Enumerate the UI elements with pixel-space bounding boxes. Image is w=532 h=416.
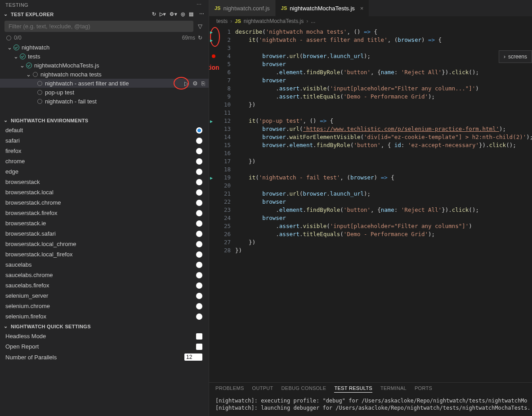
env-radio[interactable] [196, 303, 202, 309]
breakpoint-icon[interactable] [212, 54, 215, 58]
testing-more-icon[interactable]: ⋯ [195, 2, 204, 8]
env-radio[interactable] [196, 241, 202, 247]
env-row-firefox[interactable]: firefox [0, 146, 209, 156]
checkbox-open-report[interactable] [196, 344, 202, 350]
gutter-run-icon[interactable]: ▶ [210, 28, 213, 36]
env-radio[interactable] [196, 138, 202, 144]
environments-header[interactable]: ⌄ NIGHTWATCH ENVIRONMENTS [0, 116, 209, 125]
env-row-browserstack-ie[interactable]: browserstack.ie [0, 218, 209, 228]
gutter: 1▶2▶3456789101112▶13141516171819▶2021222… [209, 26, 235, 382]
stats-refresh-icon[interactable]: ↻ [198, 35, 202, 41]
env-row-safari[interactable]: safari [0, 135, 209, 146]
chevron-right-icon: › [504, 54, 505, 60]
panel-tab-terminal[interactable]: TERMINAL [380, 385, 407, 393]
gutter-run-icon[interactable]: ▶ [210, 174, 213, 182]
env-row-chrome[interactable]: chrome [0, 156, 209, 166]
env-row-selenium-firefox[interactable]: selenium.firefox [0, 311, 209, 322]
js-file-icon: JS [281, 5, 287, 11]
show-output-icon[interactable]: ◎ [181, 11, 185, 17]
chevron-right-icon: › [306, 18, 308, 24]
env-radio[interactable] [196, 293, 202, 299]
run-test-icon[interactable]: ▷ [184, 80, 189, 87]
status-unset-icon [6, 36, 11, 40]
env-row-selenium_server[interactable]: selenium_server [0, 291, 209, 301]
checkbox-headless[interactable] [196, 333, 202, 340]
env-radio[interactable] [196, 210, 202, 216]
chevron-down-icon: ⌄ [3, 323, 9, 329]
env-radio[interactable] [196, 189, 202, 196]
panel-tab-test-results[interactable]: TEST RESULTS [334, 385, 372, 393]
env-radio[interactable] [196, 158, 202, 165]
env-radio[interactable] [196, 148, 202, 154]
tree-file-mochatests[interactable]: ⌄ nightwatchMochaTests.js [0, 61, 209, 70]
env-row-browserstack-local_chrome[interactable]: browserstack.local_chrome [0, 239, 209, 249]
env-radio[interactable] [196, 220, 202, 227]
env-row-selenium-chrome[interactable]: selenium.chrome [0, 301, 209, 311]
refresh-tests-icon[interactable]: ↻ [152, 11, 156, 17]
test-stats-count: 0/0 [14, 35, 22, 41]
tree-suite[interactable]: ⌄ nightwatch mocha tests [0, 70, 209, 79]
code-area[interactable]: describe('nightwatch mocha tests', () =>… [235, 26, 532, 382]
filter-input[interactable] [4, 21, 193, 32]
close-icon[interactable]: × [360, 5, 364, 12]
breadcrumb[interactable]: tests › JS nightwatchMochaTests.js › ... [209, 16, 532, 26]
env-row-browserstack-chrome[interactable]: browserstack.chrome [0, 197, 209, 208]
tab-conf[interactable]: JS nightwatch.conf.js [209, 0, 276, 16]
chevron-down-icon: ⌄ [3, 117, 9, 123]
sidebar: TESTING ⋯ ⌄ TEST EXPLORER ↻ ▷▾ ⚙▾ ◎ ▤ ⋯ … [0, 0, 209, 416]
tree-root-nightwatch[interactable]: ⌄ nightwatch [0, 43, 209, 52]
env-row-browserstack-local[interactable]: browserstack.local [0, 187, 209, 197]
panel-tab-ports[interactable]: PORTS [415, 385, 432, 393]
tree-folder-tests[interactable]: ⌄ tests [0, 52, 209, 61]
env-row-browserstack[interactable]: browserstack [0, 177, 209, 187]
tree-test-0[interactable]: nightwatch - assert filter and title ▷ ⚙… [0, 79, 209, 88]
env-row-edge[interactable]: edge [0, 166, 209, 177]
panel-tab-output[interactable]: OUTPUT [252, 385, 273, 393]
panel-tab-debug-console[interactable]: DEBUG CONSOLE [282, 385, 326, 393]
editor-tab-bar: JS nightwatch.conf.js JS nightwatchMocha… [209, 0, 532, 16]
run-all-icon[interactable]: ▷▾ [160, 11, 166, 17]
env-radio[interactable] [196, 251, 202, 258]
env-row-browserstack-local_firefox[interactable]: browserstack.local_firefox [0, 249, 209, 259]
env-radio[interactable] [196, 179, 202, 185]
env-radio[interactable] [196, 313, 202, 320]
env-radio[interactable] [196, 282, 202, 289]
debug-test-icon[interactable]: ⚙ [192, 80, 198, 87]
env-row-browserstack-firefox[interactable]: browserstack.firefox [0, 208, 209, 218]
filter-icon[interactable]: ▽ [196, 21, 204, 31]
env-radio[interactable] [196, 231, 202, 237]
env-radio[interactable] [196, 127, 202, 134]
env-row-saucelabs[interactable]: saucelabs [0, 259, 209, 270]
tree-test-2[interactable]: nightwatch - fail test [0, 97, 209, 106]
toggle-view-icon[interactable]: ▤ [189, 11, 193, 17]
env-radio[interactable] [196, 169, 202, 175]
qs-headless[interactable]: Headless Mode [0, 331, 209, 341]
quick-settings-title: NIGHTWATCH QUICK SETTINGS [11, 324, 91, 329]
env-radio[interactable] [196, 272, 202, 278]
chevron-right-icon: › [230, 18, 232, 24]
sidebar-top-header: TESTING ⋯ [0, 0, 209, 9]
env-row-browserstack-safari[interactable]: browserstack.safari [0, 228, 209, 239]
tab-mochatests[interactable]: JS nightwatchMochaTests.js × [276, 0, 370, 16]
explorer-more-icon[interactable]: ⋯ [197, 11, 206, 17]
test-explorer-header[interactable]: ⌄ TEST EXPLORER ↻ ▷▾ ⚙▾ ◎ ▤ ⋯ [0, 9, 209, 19]
panel-tab-problems[interactable]: PROBLEMS [215, 385, 244, 393]
env-row-saucelabs-chrome[interactable]: saucelabs.chrome [0, 270, 209, 280]
env-radio[interactable] [196, 200, 202, 206]
debug-all-icon[interactable]: ⚙▾ [170, 11, 177, 17]
quick-settings-header[interactable]: ⌄ NIGHTWATCH QUICK SETTINGS [0, 322, 209, 331]
parallels-input[interactable] [184, 353, 202, 361]
gutter-run-icon[interactable]: ▶ [210, 36, 213, 45]
env-row-default[interactable]: default [0, 125, 209, 135]
floater-screens[interactable]: › screens [499, 50, 532, 63]
env-radio[interactable] [196, 262, 202, 268]
env-row-saucelabs-firefox[interactable]: saucelabs.firefox [0, 280, 209, 291]
bottom-panel: PROBLEMSOUTPUTDEBUG CONSOLETEST RESULTST… [209, 382, 532, 416]
qs-open-report[interactable]: Open Report [0, 341, 209, 352]
goto-test-icon[interactable]: ⎘ [201, 80, 205, 87]
testing-panel-title: TESTING [5, 2, 28, 8]
gutter-run-icon[interactable]: ▶ [210, 117, 213, 125]
code-editor[interactable]: Test Execution › screens 1▶2▶34567891011… [209, 26, 532, 382]
tree-test-1[interactable]: pop-up test [0, 88, 209, 97]
test-stats-row: 0/0 69ms ↻ [0, 34, 209, 42]
